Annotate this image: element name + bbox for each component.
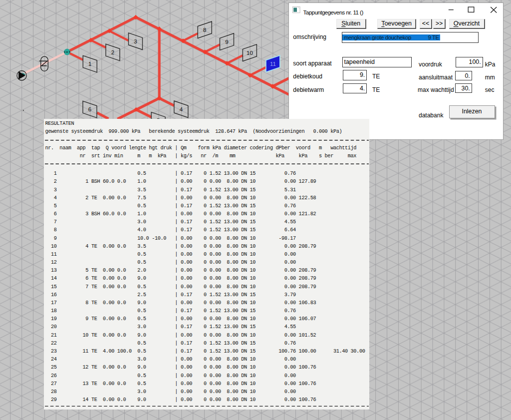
svg-text:10: 10 (247, 50, 253, 56)
svg-text:3: 3 (134, 38, 137, 44)
svg-text:2: 2 (111, 49, 114, 55)
svg-text:6: 6 (88, 106, 91, 112)
svg-text:1: 1 (88, 61, 91, 67)
svg-text:11: 11 (270, 61, 276, 67)
svg-text:9: 9 (225, 39, 228, 45)
svg-text:4: 4 (180, 106, 183, 112)
svg-text:8: 8 (203, 27, 206, 33)
